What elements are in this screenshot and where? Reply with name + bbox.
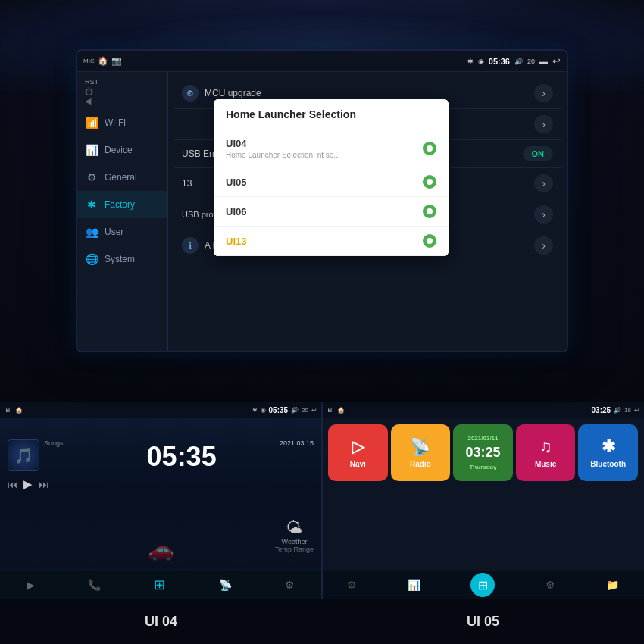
ui04-radio[interactable] — [423, 142, 436, 155]
nav-home-active[interactable]: ⊞ — [154, 577, 165, 593]
music-controls: ⏮ ▶ ⏭ — [8, 477, 48, 491]
clock-day: Thursday — [469, 464, 496, 470]
radio-icon: 📡 — [410, 437, 430, 457]
nav-antenna[interactable]: 📡 — [219, 579, 232, 591]
ui04-statusbar-left: 🖥 🏠 — [5, 407, 23, 414]
statusbar-left: MIC 🏠 📷 — [83, 56, 122, 66]
home-icon: 🏠 — [98, 56, 108, 66]
sidebar: RST ⏻ ◀ 📶 Wi-Fi 📊 Device ⚙ General ✱ — [77, 72, 168, 351]
ui06-label: UI06 — [226, 206, 246, 217]
next-button[interactable]: ⏭ — [39, 479, 48, 490]
back-button[interactable]: ↩ — [552, 55, 561, 67]
ui13-radio[interactable] — [423, 234, 436, 248]
row13-label: 13 — [182, 178, 192, 189]
navi-label: Navi — [350, 460, 366, 468]
sidebar-item-general[interactable]: ⚙ General — [77, 164, 167, 191]
ui05-screen-label: UI 05 — [322, 599, 644, 644]
ui04-wifi-icon: ◉ — [261, 407, 266, 414]
mcu-upgrade-label: MCU upgrade — [205, 88, 261, 98]
ui04-back[interactable]: ↩ — [311, 407, 317, 414]
ui05-nav-folder[interactable]: 📁 — [606, 579, 619, 591]
sidebar-item-system[interactable]: 🌐 System — [77, 245, 167, 273]
ui04-date: 2021.03.15 — [280, 439, 314, 447]
clock-app[interactable]: 2021/03/11 03:25 Thursday — [453, 424, 513, 481]
mcu-icon: ⚙ — [182, 85, 199, 102]
ui05-back[interactable]: ↩ — [634, 407, 639, 414]
ui05-nav-home-active[interactable]: ⊞ — [470, 573, 495, 597]
ui13-label: UI13 — [226, 236, 246, 247]
usb-error-toggle[interactable]: ON — [523, 146, 554, 161]
app-grid: ▷ Navi 📡 Radio 2021/03/11 03:25 Thursday… — [322, 418, 644, 487]
sidebar-device-label: Device — [105, 145, 133, 155]
sidebar-item-user[interactable]: 👥 User — [77, 218, 167, 245]
sidebar-item-wifi[interactable]: 📶 Wi-Fi — [77, 109, 167, 136]
rst-label: RST ⏻ ◀ — [77, 75, 167, 109]
ui05-content: ▷ Navi 📡 Radio 2021/03/11 03:25 Thursday… — [322, 418, 644, 599]
radio-app[interactable]: 📡 Radio — [391, 424, 451, 481]
factory-sidebar-icon: ✱ — [85, 199, 98, 211]
sidebar-item-device[interactable]: 📊 Device — [77, 136, 167, 164]
row2-chevron[interactable]: › — [534, 115, 553, 133]
clock-date: 2021/03/11 — [467, 435, 498, 442]
battery-level: 20 — [527, 58, 535, 65]
ui05-battery: 18 — [624, 407, 631, 414]
bottom-section: 🖥 🏠 ✱ ◉ 05:35 🔊 20 ↩ 🎵 ⏮ ▶ ⏭ Songs — [0, 402, 644, 644]
nav-settings[interactable]: ⚙ — [285, 579, 295, 591]
general-sidebar-icon: ⚙ — [85, 171, 98, 183]
mcu-upgrade-chevron[interactable]: › — [534, 84, 553, 102]
ui04-option: UI04 Home Launcher Selection: nt se... — [226, 138, 340, 159]
ui05-navbar: ⚙ 📊 ⊞ ⚙ 📁 — [322, 571, 644, 599]
ui06-radio[interactable] — [423, 205, 436, 218]
ui05-statusbar-left: 🖥 🏠 — [327, 407, 345, 414]
dialog-item-ui13[interactable]: UI13 — [214, 227, 449, 256]
battery-icon: ▬ — [539, 57, 548, 66]
prev-button[interactable]: ⏮ — [8, 479, 17, 490]
music-label: Music — [535, 460, 556, 468]
wifi-icon: ◉ — [478, 58, 484, 65]
sidebar-system-label: System — [105, 254, 135, 264]
ui05-radio[interactable] — [423, 175, 436, 189]
clock-time: 03:25 — [465, 445, 500, 461]
ui05-nav-bar[interactable]: 📊 — [408, 579, 420, 591]
sidebar-general-label: General — [105, 172, 137, 183]
row13-chevron[interactable]: › — [534, 174, 553, 192]
sidebar-factory-label: Factory — [105, 199, 135, 210]
navi-icon: ▷ — [352, 437, 364, 457]
album-art: 🎵 — [8, 439, 39, 471]
ui05-nav-gear[interactable]: ⚙ — [546, 579, 555, 591]
dialog-item-ui04[interactable]: UI04 Home Launcher Selection: nt se... — [214, 130, 449, 167]
sidebar-user-label: User — [105, 227, 123, 237]
export-info-icon: ℹ — [182, 237, 199, 254]
music-app[interactable]: ♫ Music — [516, 424, 576, 481]
mic-label: MIC — [83, 58, 95, 64]
ui05-statusbar: 🖥 🏠 03:25 🔊 18 ↩ — [322, 402, 644, 418]
nav-arrow[interactable]: ▶ — [27, 579, 35, 591]
ui04-label-text: UI 04 — [145, 614, 177, 630]
nav-phone[interactable]: 📞 — [88, 579, 101, 591]
play-button[interactable]: ▶ — [23, 477, 33, 491]
dialog-item-ui05[interactable]: UI05 — [214, 167, 449, 197]
radio-label: Radio — [410, 460, 431, 468]
ui04-screen: 🖥 🏠 ✱ ◉ 05:35 🔊 20 ↩ 🎵 ⏮ ▶ ⏭ Songs — [0, 402, 322, 599]
ui04-screen-icon: 🖥 — [5, 407, 11, 414]
statusbar-right: ✱ ◉ 05:36 🔊 20 ▬ ↩ — [467, 55, 561, 67]
navi-app[interactable]: ▷ Navi — [328, 424, 388, 481]
bluetooth-app[interactable]: ✱ Bluetooth — [578, 424, 638, 481]
road-fade — [0, 530, 321, 568]
music-icon: ♫ — [539, 437, 552, 457]
device-sidebar-icon: 📊 — [85, 144, 98, 156]
key-export-chevron[interactable]: › — [534, 236, 553, 255]
ui04-battery: 20 — [302, 407, 308, 414]
ui13-option: UI13 — [226, 236, 246, 247]
ui04-time: 05:35 — [269, 406, 289, 414]
wifi-sidebar-icon: 📶 — [85, 117, 98, 129]
ui05-screen: 🖥 🏠 03:25 🔊 18 ↩ ▷ Navi 📡 Radio — [322, 402, 644, 599]
dialog-title: Home Launcher Selection — [214, 99, 449, 130]
dialog-item-ui06[interactable]: UI06 — [214, 197, 449, 227]
ui05-statusbar-right: 03:25 🔊 18 ↩ — [592, 406, 639, 414]
user-sidebar-icon: 👥 — [85, 226, 98, 238]
usb-protocol-chevron[interactable]: › — [534, 205, 553, 224]
sidebar-item-factory[interactable]: ✱ Factory — [77, 191, 167, 218]
launcher-selection-dialog: Home Launcher Selection UI04 Home Launch… — [214, 99, 449, 256]
ui05-nav-settings[interactable]: ⚙ — [347, 579, 357, 591]
